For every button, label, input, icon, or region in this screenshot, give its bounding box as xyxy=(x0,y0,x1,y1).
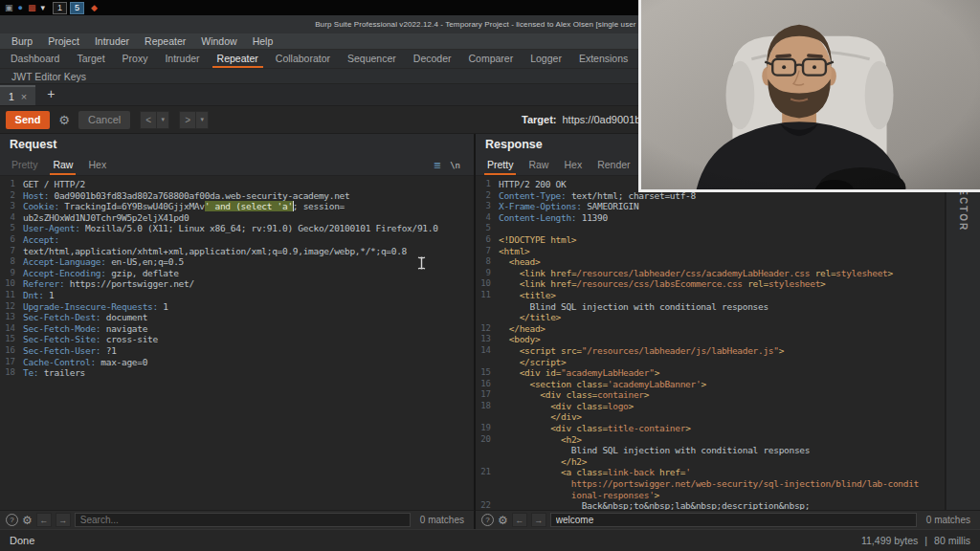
add-tab-button[interactable]: + xyxy=(47,86,55,103)
tray-alert-icon[interactable]: ◆ xyxy=(91,3,98,12)
code-line[interactable]: 21 <a class=link-back href=' xyxy=(476,467,945,478)
search-prev-icon[interactable]: ← xyxy=(512,513,527,527)
code-line[interactable]: 11Dnt: 1 xyxy=(0,290,474,301)
code-line[interactable]: </title> xyxy=(476,312,945,323)
menu-intruder[interactable]: Intruder xyxy=(87,35,137,47)
msgtab-pretty[interactable]: Pretty xyxy=(479,155,521,175)
code-line[interactable]: 9 <link href=/resources/labheader/css/ac… xyxy=(476,268,945,279)
browser-app-icon[interactable]: ● xyxy=(18,3,23,12)
code-line[interactable]: 17 <div class=container> xyxy=(476,389,945,401)
search-settings-gear-icon[interactable]: ⚙ xyxy=(22,514,33,527)
tab-comparer[interactable]: Comparer xyxy=(460,50,523,68)
menu-window[interactable]: Window xyxy=(193,35,244,47)
msgtab-raw[interactable]: Raw xyxy=(45,155,80,175)
tab-sequencer[interactable]: Sequencer xyxy=(339,50,405,68)
search-help-icon[interactable]: ? xyxy=(481,514,494,526)
code-line[interactable]: 18 <div class=logo> xyxy=(476,401,945,412)
code-line[interactable]: </div> xyxy=(476,411,945,423)
code-line[interactable]: 14Sec-Fetch-Mode: navigate xyxy=(0,323,474,335)
send-button[interactable]: Send xyxy=(6,111,50,129)
code-line[interactable]: 20 <h2> xyxy=(476,434,945,446)
menu-burp[interactable]: Burp xyxy=(4,35,40,47)
soft-wrap-icon[interactable]: ≣ xyxy=(434,160,441,170)
dropdown-arrow-icon[interactable]: ▾ xyxy=(40,3,45,12)
repeater-tab-1[interactable]: 1 × xyxy=(0,85,35,105)
search-help-icon[interactable]: ? xyxy=(6,514,18,526)
code-line[interactable]: Blind SQL injection with conditional res… xyxy=(476,301,945,313)
code-line[interactable]: 3Cookie: TrackingId=6Y9BswU40GjjxMAv' an… xyxy=(0,201,474,212)
search-settings-gear-icon[interactable]: ⚙ xyxy=(498,514,508,527)
code-line[interactable]: </h2> xyxy=(476,456,945,468)
request-editor[interactable]: 1GET / HTTP/22Host: 0ad9001b03fd83ad802a… xyxy=(0,176,474,510)
tab-extensions[interactable]: Extensions xyxy=(570,50,636,68)
send-settings-gear-icon[interactable]: ⚙ xyxy=(56,111,73,128)
code-line[interactable]: 22 Back&nbsp;to&nbsp;lab&nbsp;descriptio… xyxy=(476,500,945,510)
tab-proxy[interactable]: Proxy xyxy=(114,50,157,68)
code-line[interactable]: 15 <div id="academyLabHeader"> xyxy=(476,367,945,379)
response-editor[interactable]: 1HTTP/2 200 OK2Content-Type: text/html; … xyxy=(476,176,945,510)
code-line[interactable]: 18Te: trailers xyxy=(0,367,474,379)
code-line[interactable]: 1GET / HTTP/2 xyxy=(0,179,474,190)
menu-help[interactable]: Help xyxy=(245,35,281,47)
code-line[interactable]: ional-responses'> xyxy=(476,490,945,501)
code-line[interactable]: 11 <title> xyxy=(476,290,945,301)
menu-project[interactable]: Project xyxy=(40,35,87,47)
code-line[interactable]: 14 <script src="/resources/labheader/js/… xyxy=(476,345,945,357)
history-forward-button[interactable]: > xyxy=(179,111,196,129)
msgtab-hex[interactable]: Hex xyxy=(556,155,590,175)
nonprintable-chars-icon[interactable]: \n xyxy=(450,161,460,170)
code-line[interactable]: 13 <body> xyxy=(476,334,945,345)
tab-intruder[interactable]: Intruder xyxy=(156,50,208,68)
search-next-icon[interactable]: → xyxy=(56,513,71,527)
msgtab-pretty[interactable]: Pretty xyxy=(4,155,45,175)
code-line[interactable]: 10Referer: https://portswigger.net/ xyxy=(0,278,474,290)
code-line[interactable]: Blind SQL injection with conditional res… xyxy=(476,445,945,456)
tab-target[interactable]: Target xyxy=(68,50,113,68)
history-back-dropdown-icon[interactable]: ▾ xyxy=(157,111,169,129)
code-line[interactable]: 7text/html,application/xhtml+xml,applica… xyxy=(0,246,474,257)
tab-repeater[interactable]: Repeater xyxy=(209,50,267,68)
code-line[interactable]: 12 </head> xyxy=(476,323,945,335)
code-line[interactable]: 2Host: 0ad9001b03fd83ad802a768800af00da.… xyxy=(0,190,474,202)
code-line[interactable]: 16Sec-Fetch-User: ?1 xyxy=(0,345,474,357)
code-line[interactable]: 3X-Frame-Options: SAMEORIGIN xyxy=(476,201,945,212)
code-line[interactable]: 5 xyxy=(476,223,945,234)
workspace-5[interactable]: 5 xyxy=(70,2,84,14)
menu-repeater[interactable]: Repeater xyxy=(137,35,193,47)
code-line[interactable]: https://portswigger.net/web-security/sql… xyxy=(476,478,945,490)
code-line[interactable]: 12Upgrade-Insecure-Requests: 1 xyxy=(0,301,474,313)
code-line[interactable]: 6<!DOCTYPE html> xyxy=(476,234,945,246)
tab-dashboard[interactable]: Dashboard xyxy=(2,50,68,68)
response-search-input[interactable] xyxy=(550,513,917,527)
tab-jwt-editor-keys[interactable]: JWT Editor Keys xyxy=(6,71,92,82)
msgtab-hex[interactable]: Hex xyxy=(80,155,114,175)
cancel-button[interactable]: Cancel xyxy=(78,111,130,129)
tab-decoder[interactable]: Decoder xyxy=(405,50,460,68)
code-line[interactable]: 5User-Agent: Mozilla/5.0 (X11; Linux x86… xyxy=(0,223,474,234)
code-line[interactable]: 8 <head> xyxy=(476,256,945,268)
search-next-icon[interactable]: → xyxy=(531,513,546,527)
code-line[interactable]: 13Sec-Fetch-Dest: document xyxy=(0,312,474,323)
code-line[interactable]: 4Content-Length: 11390 xyxy=(476,212,945,224)
search-prev-icon[interactable]: ← xyxy=(36,513,52,527)
history-back-button[interactable]: < xyxy=(140,111,157,129)
close-tab-icon[interactable]: × xyxy=(21,92,27,101)
code-line[interactable]: 9Accept-Encoding: gzip, deflate xyxy=(0,268,474,279)
msgtab-render[interactable]: Render xyxy=(590,155,637,175)
code-line[interactable]: 8Accept-Language: en-US,en;q=0.5 xyxy=(0,256,474,268)
code-line[interactable]: 15Sec-Fetch-Site: cross-site xyxy=(0,334,474,345)
code-line[interactable]: </script> xyxy=(476,357,945,368)
tab-collaborator[interactable]: Collaborator xyxy=(267,50,339,68)
code-line[interactable]: 7<html> xyxy=(476,246,945,257)
code-line[interactable]: 10 <link href=/resources/css/labsEcommer… xyxy=(476,278,945,290)
tab-logger[interactable]: Logger xyxy=(522,50,570,68)
msgtab-raw[interactable]: Raw xyxy=(521,155,556,175)
code-line[interactable]: 17Cache-Control: max-age=0 xyxy=(0,357,474,368)
code-line[interactable]: 4ub2sZHOxWd1NJ0Tchr9W5p2eljX41pd0 xyxy=(0,212,474,224)
code-line[interactable]: 6Accept: xyxy=(0,234,474,246)
code-line[interactable]: 19 <div class=title-container> xyxy=(476,423,945,434)
window-app-icon[interactable]: ▣ xyxy=(5,3,13,12)
history-forward-dropdown-icon[interactable]: ▾ xyxy=(196,111,209,129)
code-line[interactable]: 16 <section class='academyLabBanner'> xyxy=(476,379,945,390)
request-search-input[interactable] xyxy=(75,513,411,527)
